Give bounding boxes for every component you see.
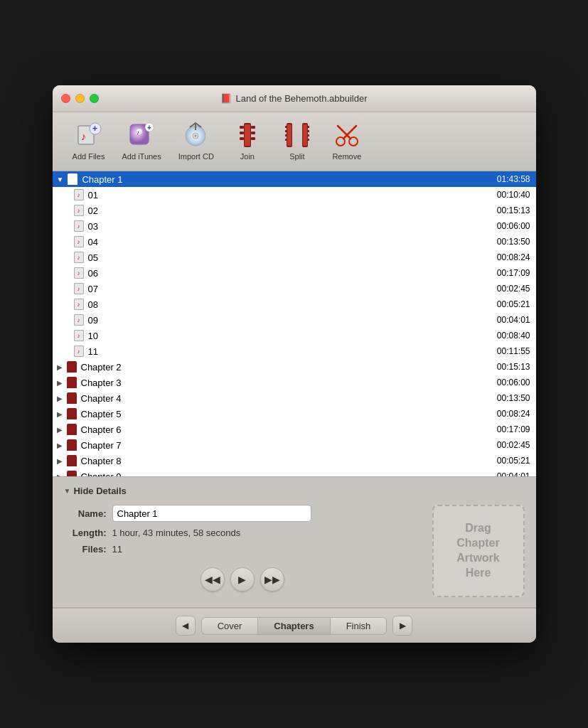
- chapter-row[interactable]: ▶Chapter 700:02:45: [53, 437, 536, 453]
- file-duration: 00:13:50: [497, 237, 530, 247]
- details-header-label: Hide Details: [73, 486, 126, 496]
- rewind-button[interactable]: ◀◀: [201, 567, 225, 592]
- chapter-row[interactable]: ▶Chapter 500:08:24: [53, 406, 536, 422]
- file-name: 08: [88, 299, 98, 310]
- chapter-name: Chapter 6: [81, 424, 122, 435]
- details-fields: Name: Length: 1 hour, 43 minutes, 58 sec…: [64, 505, 421, 597]
- file-icon: [74, 205, 84, 216]
- chapter-row[interactable]: ▶Chapter 800:05:21: [53, 453, 536, 469]
- file-row[interactable]: 0600:17:09: [53, 265, 536, 281]
- file-row[interactable]: 0700:02:45: [53, 281, 536, 296]
- tab-cover[interactable]: Cover: [201, 617, 258, 635]
- join-label: Join: [240, 152, 255, 161]
- file-name: 06: [88, 268, 98, 279]
- add-files-icon: ♪ +: [75, 121, 103, 149]
- expand-triangle-icon[interactable]: ▶: [57, 410, 63, 418]
- file-icon: [74, 189, 84, 200]
- file-row[interactable]: 0400:13:50: [53, 234, 536, 250]
- svg-text:+: +: [147, 124, 151, 132]
- file-name: 07: [88, 284, 98, 294]
- add-itunes-button[interactable]: ♪ + Add iTunes: [114, 118, 170, 164]
- artwork-dropzone[interactable]: DragChapterArtworkHere: [432, 505, 525, 597]
- files-label: Files:: [64, 544, 107, 555]
- chapter-row[interactable]: ▼Chapter 101:43:58: [53, 171, 536, 187]
- chapter-icon: [67, 392, 77, 404]
- chapter-duration: 00:17:09: [497, 424, 530, 434]
- file-row[interactable]: 1100:11:55: [53, 343, 536, 359]
- file-name: 05: [88, 252, 98, 263]
- chapter-row[interactable]: ▶Chapter 400:13:50: [53, 390, 536, 406]
- file-row[interactable]: 0100:10:40: [53, 187, 536, 203]
- file-row[interactable]: 0300:06:00: [53, 218, 536, 234]
- tab-finish[interactable]: Finish: [331, 617, 387, 635]
- nav-prev-icon: ◀: [182, 621, 188, 631]
- expand-triangle-icon[interactable]: ▶: [57, 426, 63, 434]
- chapter-duration: 00:13:50: [497, 393, 530, 403]
- toolbar: ♪ + Add Files: [53, 112, 536, 171]
- chapter-row[interactable]: ▶Chapter 600:17:09: [53, 422, 536, 437]
- fast-forward-button[interactable]: ▶▶: [260, 567, 284, 592]
- svg-text:+: +: [92, 124, 97, 134]
- add-files-label: Add Files: [73, 152, 105, 161]
- svg-rect-28: [285, 139, 287, 141]
- remove-label: Remove: [332, 152, 361, 161]
- file-icon: [74, 330, 84, 341]
- svg-rect-24: [303, 124, 307, 146]
- file-row[interactable]: 1000:08:40: [53, 328, 536, 343]
- svg-point-11: [194, 135, 196, 137]
- close-button[interactable]: [61, 94, 70, 103]
- expand-triangle-icon[interactable]: ▼: [57, 176, 64, 183]
- join-button[interactable]: Join: [223, 118, 272, 164]
- expand-triangle-icon[interactable]: ▶: [57, 363, 63, 371]
- file-name: 04: [88, 237, 98, 247]
- file-name: 10: [88, 331, 98, 341]
- file-row[interactable]: 0200:15:13: [53, 203, 536, 218]
- file-name: 11: [88, 346, 98, 357]
- file-row[interactable]: 0800:05:21: [53, 296, 536, 312]
- details-toggle[interactable]: ▼ Hide Details: [64, 486, 525, 496]
- chapter-icon: [67, 439, 77, 451]
- file-row[interactable]: 0500:08:24: [53, 250, 536, 265]
- chapter-row[interactable]: ▶Chapter 900:04:01: [53, 469, 536, 477]
- chapter-icon: [67, 408, 77, 419]
- play-button[interactable]: ▶: [230, 567, 255, 592]
- minimize-button[interactable]: [75, 94, 85, 103]
- svg-rect-15: [240, 126, 244, 129]
- expand-triangle-icon[interactable]: ▶: [57, 441, 63, 449]
- chapter-icon: [67, 455, 77, 466]
- details-content: Name: Length: 1 hour, 43 minutes, 58 sec…: [64, 505, 525, 597]
- import-cd-button[interactable]: Import CD: [170, 118, 223, 164]
- chapter-row[interactable]: ▶Chapter 300:06:00: [53, 375, 536, 390]
- file-icon: [74, 314, 84, 326]
- rewind-icon: ◀◀: [205, 574, 220, 585]
- file-icon: [74, 267, 84, 279]
- add-itunes-label: Add iTunes: [122, 152, 161, 161]
- chapter-name: Chapter 5: [81, 409, 122, 419]
- fast-forward-icon: ▶▶: [264, 574, 280, 585]
- chapter-name: Chapter 2: [81, 362, 122, 373]
- tab-chapters[interactable]: Chapters: [257, 617, 330, 635]
- split-button[interactable]: Split: [272, 118, 322, 164]
- remove-button[interactable]: Remove: [322, 118, 372, 164]
- chapter-row[interactable]: ▶Chapter 200:15:13: [53, 359, 536, 375]
- maximize-button[interactable]: [90, 94, 99, 103]
- file-row[interactable]: 0900:04:01: [53, 312, 536, 328]
- chapter-icon: [67, 377, 77, 388]
- expand-triangle-icon[interactable]: ▶: [57, 457, 63, 465]
- play-icon: ▶: [238, 574, 246, 585]
- file-icon: [74, 236, 84, 247]
- length-value: 1 hour, 43 minutes, 58 seconds: [112, 528, 241, 538]
- expand-triangle-icon[interactable]: ▶: [57, 379, 63, 387]
- name-input[interactable]: [112, 505, 311, 522]
- svg-rect-25: [285, 126, 287, 128]
- svg-rect-27: [285, 134, 287, 136]
- nav-next-button[interactable]: ▶: [392, 616, 412, 636]
- nav-prev-button[interactable]: ◀: [176, 616, 196, 636]
- add-files-button[interactable]: ♪ + Add Files: [64, 118, 114, 164]
- file-icon: [74, 299, 84, 310]
- expand-triangle-icon[interactable]: ▶: [57, 395, 63, 402]
- file-icon: [74, 346, 84, 357]
- chapter-duration: 00:04:01: [497, 471, 530, 477]
- file-list[interactable]: ▼Chapter 101:43:580100:10:400200:15:1303…: [53, 171, 536, 477]
- files-row: Files: 11: [64, 544, 421, 555]
